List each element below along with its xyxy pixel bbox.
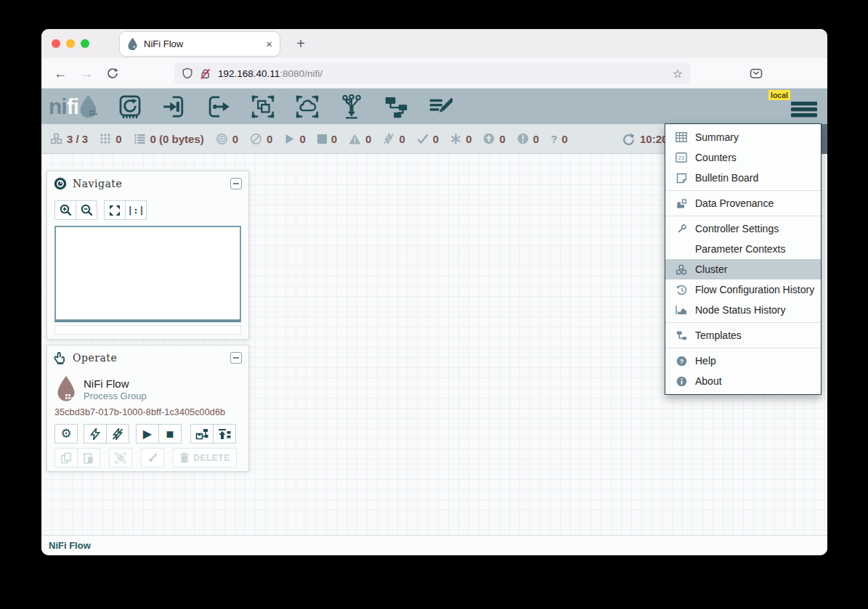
output-port-component-icon[interactable] [206, 94, 232, 120]
zoom-out-button[interactable] [76, 200, 97, 220]
menu-item-templates[interactable]: Templates [665, 325, 821, 346]
svg-text:?: ? [679, 356, 684, 364]
menu-item-node-status-history[interactable]: Node Status History [665, 300, 821, 320]
stat-stopped: 0 [317, 133, 337, 145]
menu-divider [665, 216, 821, 216]
insecure-lock-icon[interactable] [199, 68, 211, 80]
pocket-icon[interactable] [747, 65, 765, 82]
close-window-button[interactable] [52, 39, 60, 48]
bulletin-note-icon [675, 173, 688, 184]
stopped-icon [317, 134, 327, 144]
menu-item-data-provenance[interactable]: Data Provenance [665, 193, 821, 213]
menu-divider [665, 190, 821, 191]
input-port-component-icon[interactable] [161, 94, 187, 120]
stat-up-to-date: 0 [417, 133, 439, 145]
nifi-favicon [127, 38, 138, 50]
nifi-global-menu-button[interactable] [791, 102, 817, 117]
delete-button: DELETE [173, 448, 237, 467]
wrench-icon [675, 224, 688, 234]
paste-button [77, 448, 100, 467]
stop-button[interactable]: ■ [158, 424, 182, 444]
zoom-in-button[interactable] [54, 200, 76, 220]
menu-item-help[interactable]: ? Help [665, 351, 821, 371]
zoom-actual-size-button[interactable]: |:| [125, 200, 147, 220]
copy-button [54, 448, 78, 467]
collapse-operate-button[interactable] [230, 352, 242, 364]
zoom-fit-button[interactable] [104, 200, 126, 220]
reload-button[interactable] [104, 65, 121, 82]
copy-icon [60, 452, 72, 464]
navigate-header[interactable]: Navigate [47, 171, 248, 196]
start-button[interactable]: ▶ [136, 424, 159, 444]
bookmark-star-icon[interactable]: ☆ [673, 67, 683, 81]
nifi-logo: nifi [49, 95, 98, 118]
disabled-icon [383, 133, 394, 144]
stat-locally-modified: 0 [450, 133, 471, 145]
logo-text-fi: fi [67, 96, 78, 118]
back-button[interactable]: ← [52, 65, 69, 82]
stat-not-transmitting: 0 [250, 133, 272, 145]
minimize-window-button[interactable] [66, 39, 75, 48]
shield-icon[interactable] [182, 68, 193, 80]
stat-running: 0 [284, 133, 305, 145]
birdseye-strip[interactable] [54, 325, 241, 335]
breadcrumb[interactable]: NiFi Flow [49, 540, 91, 551]
funnel-component-icon[interactable] [338, 94, 365, 120]
logo-droplet-icon [78, 95, 98, 118]
navigate-palette: Navigate |:| [46, 171, 249, 340]
menu-item-about[interactable]: About [665, 371, 821, 391]
menu-item-parameter-contexts[interactable]: Parameter Contexts [665, 239, 821, 259]
upload-template-button[interactable] [213, 424, 236, 444]
browser-tab-bar: NiFi Flow × + [41, 29, 827, 58]
birdseye-minimap[interactable] [54, 226, 241, 322]
trash-icon [179, 452, 190, 463]
gear-icon: ⚙ [60, 428, 71, 440]
disable-button[interactable] [106, 424, 129, 444]
profile-badge: local [768, 90, 790, 100]
group-button [109, 448, 132, 467]
selected-component-type: Process Group [84, 391, 147, 401]
menu-item-cluster[interactable]: Cluster [665, 259, 821, 279]
operate-header[interactable]: Operate [47, 346, 248, 370]
tab-close-icon[interactable]: × [266, 38, 272, 50]
menu-item-flow-configuration-history[interactable]: Flow Configuration History [665, 279, 821, 300]
template-icon [675, 330, 688, 341]
configure-button[interactable]: ⚙ [54, 424, 78, 444]
save-template-button[interactable] [190, 424, 214, 444]
counters-icon: 23 [675, 152, 688, 163]
forward-button: → [78, 65, 95, 82]
selected-component-id: 35cbd3b7-017b-1000-8bff-1c3405c00d6b [54, 407, 241, 417]
url-path: :8080/nifi/ [280, 68, 323, 79]
about-info-icon [675, 376, 688, 387]
stat-transmitting: 0 [216, 133, 238, 145]
collapse-navigate-button[interactable] [230, 178, 242, 189]
refresh-icon[interactable] [622, 133, 635, 145]
url-bar[interactable]: 192.168.40.11 :8080/nifi/ ☆ [174, 62, 690, 84]
remote-process-group-component-icon[interactable] [294, 94, 320, 120]
queue-icon [134, 133, 146, 144]
menu-item-controller-settings[interactable]: Controller Settings [665, 218, 821, 239]
transmitting-icon [216, 133, 228, 145]
zoom-window-button[interactable] [81, 39, 89, 48]
lightning-slash-icon [112, 428, 123, 440]
new-tab-button[interactable]: + [290, 33, 312, 54]
stat-connected-nodes: 3 / 3 [50, 133, 88, 145]
template-component-icon[interactable] [383, 94, 409, 120]
up-to-date-check-icon [417, 134, 429, 144]
threads-icon [100, 133, 111, 144]
lightning-icon [90, 428, 100, 440]
menu-item-counters[interactable]: 23 Counters [665, 147, 821, 168]
nifi-header: nifi [41, 89, 827, 124]
enable-button[interactable] [84, 424, 107, 444]
sync-failure-exclamation-icon [517, 133, 529, 144]
menu-item-bulletin-board[interactable]: Bulletin Board [665, 168, 821, 188]
menu-item-summary[interactable]: Summary [665, 127, 821, 147]
label-component-icon[interactable] [427, 94, 453, 120]
processor-component-icon[interactable] [117, 94, 143, 120]
save-template-icon [195, 428, 208, 440]
browser-tab[interactable]: NiFi Flow × [120, 32, 280, 56]
stat-sync-failure: 0 [517, 133, 539, 145]
navigate-title: Navigate [73, 178, 122, 189]
locally-modified-asterisk-icon [450, 134, 461, 144]
process-group-component-icon[interactable] [250, 94, 276, 120]
